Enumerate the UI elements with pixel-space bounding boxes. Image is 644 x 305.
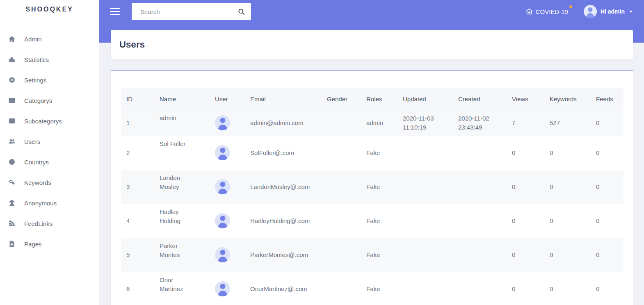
sidebar-item-statistics[interactable]: Statistics [0,49,99,70]
column-header-created: Created [453,88,507,110]
rss-icon [8,220,15,227]
sidebar-item-label: Subcategorys [24,118,62,125]
cell-feeds: 0 [591,238,623,272]
sidebar-item-label: Pages [24,241,42,248]
column-header-updated: Updated [398,88,453,110]
cell-email: OnurMartinez@.com [245,272,322,305]
covid-link[interactable]: COVIED-19 [525,8,568,15]
column-header-id: ID [121,88,155,110]
sidebar-item-subcategorys[interactable]: Subcategorys [0,111,99,131]
cell-created [453,170,507,204]
cell-created [453,204,507,238]
sidebar-item-settings[interactable]: Settings [0,70,99,90]
menu-icon[interactable] [110,7,120,16]
cell-gender [322,238,361,272]
cell-gender [322,136,361,170]
cell-roles: Fake [361,170,398,204]
search-box [132,3,251,20]
cell-roles: Fake [361,238,398,272]
users-icon [8,138,15,145]
cell-roles: admin [361,110,398,136]
cell-keywords: 0 [545,238,591,272]
sidebar-item-label: Countrys [24,159,49,166]
row-avatar-icon [215,247,230,262]
cell-created [453,238,507,272]
key-icon [8,179,15,186]
cell-updated [398,238,453,272]
sidebar-item-pages[interactable]: Pages [0,234,99,254]
main-area: COVIED-19 HI admin Users [99,0,644,305]
cell-keywords: 0 [545,136,591,170]
column-header-gender: Gender [322,88,361,110]
table-row[interactable]: 2 Sol Fuller SolFuller@.com Fake [121,136,623,170]
column-header-feeds: Feeds [591,88,623,110]
cell-views: 0 [507,170,545,204]
cell-user [210,170,245,204]
sidebar-item-label: Users [24,138,40,145]
user-menu[interactable]: HI admin [584,5,633,18]
cell-roles: Fake [361,204,398,238]
list-icon [8,97,15,104]
cell-created [453,272,507,305]
sidebar-item-categorys[interactable]: Categorys [0,90,99,111]
table-row[interactable]: 4 Hadley Holding HadleyHolding@.com Fake [121,204,623,238]
page-title: Users [119,39,145,50]
cell-id: 2 [121,136,155,170]
row-avatar-icon [215,145,230,160]
sidebar-item-users[interactable]: Users [0,131,99,152]
cell-id: 3 [121,170,155,204]
cell-feeds: 0 [591,204,623,238]
row-avatar-icon [215,281,230,296]
globe-icon [8,159,15,166]
cell-email: LandonMosley@.com [245,170,322,204]
cell-id: 5 [121,238,155,272]
sidebar-item-feedlinks[interactable]: FeedLinks [0,213,99,234]
sidebar-item-countrys[interactable]: Countrys [0,152,99,172]
sidebar-item-label: Statistics [24,56,49,63]
sidebar-item-keywords[interactable]: Keywords [0,172,99,193]
cell-user [210,238,245,272]
table-row[interactable]: 3 Landon Mosley LandonMosley@.com Fake [121,170,623,204]
cell-views: 7 [507,110,545,136]
sidebar: SHOOQKEY Admin Statistics [0,0,99,305]
cell-roles: Fake [361,136,398,170]
sidebar-item-admin[interactable]: Admin [0,29,99,49]
sidebar-item-anonymous[interactable]: Anonymous [0,193,99,213]
sidebar-item-label: Admin [24,36,42,43]
cell-id: 1 [121,110,155,136]
cell-name: Onur Martinez [155,272,210,305]
cell-email: SolFuller@.com [245,136,322,170]
cell-name: admin [155,110,210,136]
cell-keywords: 0 [545,272,591,305]
row-avatar-icon [215,115,230,130]
row-avatar-icon [215,213,230,228]
brand-logo[interactable]: SHOOQKEY [0,0,99,17]
cell-views: 0 [507,136,545,170]
cell-updated [398,170,453,204]
cell-feeds: 0 [591,110,623,136]
cell-created [453,136,507,170]
cell-name: Hadley Holding [155,204,210,238]
cell-user [210,272,245,305]
table-row[interactable]: 5 Parker Montes ParkerMontes@.com Fake [121,238,623,272]
search-input[interactable] [132,3,251,20]
table-row[interactable]: 6 Onur Martinez OnurMartinez@.com Fake [121,272,623,305]
cell-gender [322,170,361,204]
spy-icon [8,200,15,207]
column-header-views: Views [507,88,545,110]
cell-keywords: 0 [545,204,591,238]
cell-name: Landon Mosley [155,170,210,204]
table-row[interactable]: 1 admin admin@admin.com admin 2020-11-03… [121,110,623,136]
cell-gender [322,272,361,305]
cell-views: 0 [507,204,545,238]
sidebar-item-label: Keywords [24,179,51,186]
users-table: ID Name User Email Gender Roles Updated … [121,88,623,305]
cell-created: 2020-11-02 23:43:49 [453,110,507,136]
sidebar-item-label: Settings [24,77,46,84]
column-header-roles: Roles [361,88,398,110]
gear-icon [8,77,15,84]
search-icon[interactable] [236,7,246,16]
clinic-icon [525,8,533,15]
sidebar-item-label: Anonymous [24,200,57,207]
table-header-row: ID Name User Email Gender Roles Updated … [121,88,623,110]
